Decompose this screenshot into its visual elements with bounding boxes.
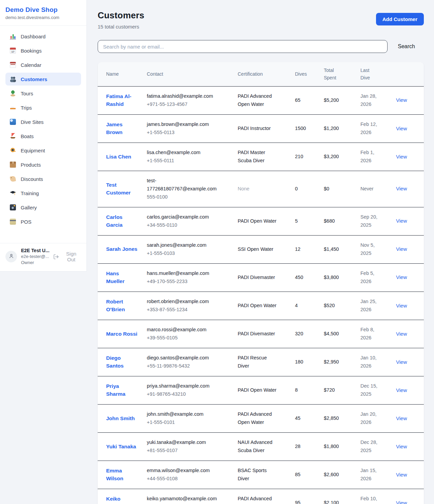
- sidebar-item-bookings[interactable]: Bookings: [5, 44, 81, 57]
- customer-email: lisa.chen@example.com: [147, 149, 225, 157]
- customer-certification: NAUI Advanced Scuba Diver: [238, 438, 279, 455]
- customer-email: test-1772681807767@example.com: [147, 177, 225, 193]
- view-customer-link[interactable]: View: [396, 500, 407, 504]
- add-customer-button[interactable]: Add Customer: [376, 13, 424, 25]
- column-header-dives: Dives: [295, 62, 324, 86]
- customer-phone: +1-555-0113: [147, 129, 235, 137]
- customer-name-link[interactable]: John Smith: [106, 414, 135, 422]
- customer-name-link[interactable]: Priya Sharma: [106, 382, 138, 398]
- customer-certification: PADI Advanced Open Water: [238, 410, 279, 427]
- customer-email: carlos.garcia@example.com: [147, 213, 225, 221]
- column-header-contact: Contact: [147, 62, 238, 86]
- customer-last-dive: Feb 8, 2026: [360, 326, 380, 342]
- customer-total-spent: $2,850: [324, 405, 360, 433]
- view-customer-link[interactable]: View: [396, 218, 407, 224]
- sidebar-item-training[interactable]: Training: [5, 187, 81, 200]
- customer-email: emma.wilson@example.com: [147, 467, 225, 475]
- sidebar-item-trips[interactable]: Trips: [5, 101, 81, 114]
- column-header-actions: [396, 62, 424, 86]
- customer-total-spent: $5,200: [324, 86, 360, 114]
- customer-last-dive: Jan 20, 2026: [360, 410, 380, 427]
- dive-sites-wave-icon: [10, 119, 16, 125]
- products-package-icon: [10, 162, 16, 168]
- sidebar-item-label: Bookings: [21, 48, 42, 54]
- brand-block: Demo Dive Shop demo.test.divestreams.com: [0, 0, 86, 26]
- customer-last-dive: Jan 28, 2026: [360, 92, 380, 109]
- customer-last-dive: Feb 12, 2026: [360, 120, 380, 137]
- page-header: Customers 15 total customers Add Custome…: [98, 10, 424, 30]
- customer-name-link[interactable]: Fatima Al-Rashid: [106, 92, 138, 108]
- view-customer-link[interactable]: View: [396, 126, 407, 131]
- sign-out-button[interactable]: Sign Out: [53, 251, 81, 262]
- view-customer-link[interactable]: View: [396, 246, 407, 252]
- sidebar-item-label: Dive Sites: [21, 119, 44, 125]
- view-customer-link[interactable]: View: [396, 154, 407, 160]
- sidebar-item-equipment[interactable]: Equipment: [5, 144, 81, 157]
- customer-phone: +971-55-123-4567: [147, 100, 235, 109]
- search-button[interactable]: Search: [388, 41, 424, 52]
- view-customer-link[interactable]: View: [396, 387, 407, 393]
- view-customer-link[interactable]: View: [396, 303, 407, 309]
- customer-name-link[interactable]: Hans Mueller: [106, 269, 138, 285]
- customer-name-link[interactable]: Keiko Yamamoto: [106, 495, 138, 504]
- customer-name-link[interactable]: James Brown: [106, 120, 138, 136]
- customer-name-link[interactable]: Yuki Tanaka: [106, 443, 136, 450]
- customer-name-link[interactable]: Carlos Garcia: [106, 213, 138, 229]
- sidebar-item-discounts[interactable]: Discounts: [5, 172, 81, 185]
- view-customer-link[interactable]: View: [396, 97, 407, 103]
- sidebar-item-gallery[interactable]: Gallery: [5, 201, 81, 214]
- view-customer-link[interactable]: View: [396, 472, 407, 478]
- view-customer-link[interactable]: View: [396, 444, 407, 449]
- search-input[interactable]: [98, 40, 388, 53]
- customer-phone: +1-555-0111: [147, 157, 235, 165]
- dashboard-chart-icon: [10, 33, 16, 39]
- customer-count: 15 total customers: [98, 24, 144, 30]
- trips-boat-icon: [10, 105, 16, 111]
- shop-name: Demo Dive Shop: [5, 6, 81, 14]
- customer-email: marco.rossi@example.com: [147, 326, 225, 334]
- sidebar-user-footer: E2E Test U... e2e-tester@... Owner Sign …: [0, 243, 86, 271]
- customer-dives: 0: [295, 171, 324, 207]
- sidebar-item-dive-sites[interactable]: Dive Sites: [5, 115, 81, 128]
- boats-sailboat-icon: [10, 133, 16, 139]
- sidebar-item-calendar[interactable]: Calendar: [5, 58, 81, 71]
- customer-email: john.smith@example.com: [147, 410, 225, 418]
- customer-total-spent: $3,800: [324, 263, 360, 292]
- table-row: Keiko Yamamoto keiko.yamamoto@example.co…: [98, 489, 424, 504]
- view-customer-link[interactable]: View: [396, 274, 407, 280]
- view-customer-link[interactable]: View: [396, 359, 407, 365]
- view-customer-link[interactable]: View: [396, 186, 407, 191]
- customer-name-link[interactable]: Robert O'Brien: [106, 298, 138, 314]
- sidebar-item-boats[interactable]: Boats: [5, 130, 81, 143]
- customer-name-link[interactable]: Sarah Jones: [106, 245, 137, 253]
- page-title: Customers: [98, 10, 144, 21]
- customer-name-link[interactable]: Diego Santos: [106, 354, 138, 370]
- table-header-row: Name Contact Certification Dives Total S…: [98, 62, 424, 86]
- shop-domain: demo.test.divestreams.com: [5, 15, 81, 20]
- customer-email: james.brown@example.com: [147, 120, 225, 129]
- view-customer-link[interactable]: View: [396, 331, 407, 337]
- customer-name-link[interactable]: Test Customer: [106, 181, 138, 197]
- sidebar-item-products[interactable]: Products: [5, 158, 81, 171]
- user-avatar: [5, 251, 17, 262]
- sidebar-item-tours[interactable]: Tours: [5, 87, 81, 100]
- table-row: Sarah Jones sarah.jones@example.com +1-5…: [98, 235, 424, 263]
- customer-certification: PADI Advanced Open Water: [238, 495, 279, 504]
- sidebar-item-pos[interactable]: POS: [5, 215, 81, 228]
- view-customer-link[interactable]: View: [396, 415, 407, 421]
- sidebar-item-label: Dashboard: [21, 34, 45, 39]
- sidebar-item-dashboard[interactable]: Dashboard: [5, 30, 81, 43]
- customer-phone: +81-555-0107: [147, 447, 235, 455]
- customer-name-link[interactable]: Lisa Chen: [106, 153, 131, 161]
- customer-dives: 65: [295, 86, 324, 114]
- customer-total-spent: $1,200: [324, 114, 360, 143]
- customer-certification: PADI Divemaster: [238, 274, 275, 282]
- customer-name-link[interactable]: Emma Wilson: [106, 467, 138, 483]
- table-row: Robert O'Brien robert.obrien@example.com…: [98, 292, 424, 320]
- sidebar-item-customers[interactable]: Customers: [5, 73, 81, 86]
- customer-name-link[interactable]: Marco Rossi: [106, 330, 137, 338]
- customer-total-spent: $720: [324, 376, 360, 405]
- customer-dives: 95: [295, 489, 324, 504]
- customer-email: hans.mueller@example.com: [147, 269, 225, 278]
- customer-total-spent: $2,950: [324, 348, 360, 376]
